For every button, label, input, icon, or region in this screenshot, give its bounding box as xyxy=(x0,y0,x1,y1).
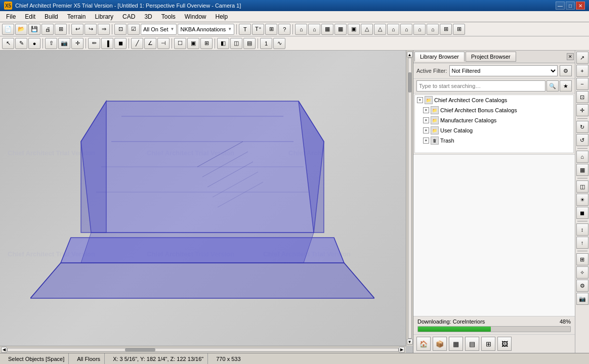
rt-up[interactable]: ↑ xyxy=(576,237,588,249)
expand-bonus[interactable]: + xyxy=(423,107,429,113)
menu-terrain[interactable]: Terrain xyxy=(63,12,90,21)
eraser-tool[interactable]: ◼ xyxy=(114,38,127,49)
export-tool[interactable]: ⇧ xyxy=(45,38,57,49)
menu-build[interactable]: Build xyxy=(40,12,62,21)
close-button[interactable]: ✕ xyxy=(576,2,585,10)
search-options-button[interactable]: ★ xyxy=(560,80,572,92)
scroll-down-button[interactable]: ▼ xyxy=(407,339,413,345)
redo-button[interactable]: ↪ xyxy=(85,24,97,35)
tree-item-manufacturer-catalogs[interactable]: + 📁 Manufacturer Catalogs xyxy=(415,115,573,125)
panel-icon-grid1[interactable]: ▦ xyxy=(449,337,463,351)
rt-material[interactable]: ◼ xyxy=(576,207,588,219)
tree-item-bonus-catalogs[interactable]: + 📁 Chief Architect Bonus Catalogs xyxy=(415,105,573,115)
rt-tilt[interactable]: ↺ xyxy=(576,134,588,146)
panel-close-button[interactable]: ✕ xyxy=(567,53,574,60)
expand-trash[interactable]: + xyxy=(423,138,429,144)
rt-measure[interactable]: ↕ xyxy=(576,223,588,236)
menu-window[interactable]: Window xyxy=(181,12,211,21)
panel-icon-home[interactable]: 🏠 xyxy=(416,337,431,351)
toolbar-icon-l[interactable]: ⊞ xyxy=(440,24,452,35)
rt-render[interactable]: ◫ xyxy=(576,180,588,193)
rt-fit[interactable]: ⊡ xyxy=(576,91,588,103)
highlight-tool[interactable]: ▐ xyxy=(101,38,113,49)
tab-library-browser[interactable]: Library Browser xyxy=(414,52,465,62)
vscroll-track[interactable] xyxy=(408,58,412,339)
print2-button[interactable]: ⊞ xyxy=(55,24,67,35)
fill2-tool[interactable]: ◫ xyxy=(230,38,242,49)
toolbar-icon-g[interactable]: △ xyxy=(374,24,386,35)
rt-light[interactable]: ☀ xyxy=(576,194,588,206)
minimize-button[interactable]: — xyxy=(556,2,565,10)
search-input[interactable] xyxy=(416,80,545,92)
toolbar-icon-d[interactable]: ▦ xyxy=(334,24,347,35)
rt-building[interactable]: ⌂ xyxy=(576,151,588,163)
save-button[interactable]: 💾 xyxy=(28,24,40,35)
checkbox-button[interactable]: ☑ xyxy=(128,24,140,35)
scroll-left-button[interactable]: ◀ xyxy=(1,347,7,353)
fill-tool[interactable]: ◧ xyxy=(217,38,229,49)
wave-tool[interactable]: ∿ xyxy=(273,38,285,49)
vscroll-thumb[interactable] xyxy=(408,72,411,93)
menu-3d[interactable]: 3D xyxy=(140,12,156,21)
rt-zoom-select[interactable]: ↗ xyxy=(576,52,588,64)
toolbar-icon-k[interactable]: ⌂ xyxy=(427,24,439,35)
grid-btn[interactable]: ⊞ xyxy=(265,24,277,35)
rt-zoom-out[interactable]: − xyxy=(576,78,588,90)
filter-dropdown[interactable]: Not Filtered xyxy=(449,65,558,76)
toolbar-icon-b[interactable]: ⌂ xyxy=(308,24,320,35)
panel-icon-box[interactable]: 📦 xyxy=(433,337,447,351)
scroll-right-button[interactable]: ▶ xyxy=(399,347,405,353)
box2-tool[interactable]: ▣ xyxy=(187,38,199,49)
window-controls[interactable]: — □ ✕ xyxy=(556,2,585,10)
angle-tool[interactable]: ∠ xyxy=(144,38,156,49)
edit-tool[interactable]: ✎ xyxy=(15,38,27,49)
menu-file[interactable]: File xyxy=(2,12,20,21)
pencil-tool[interactable]: ✏ xyxy=(88,38,100,49)
tree-item-core-catalogs[interactable]: + 📁 Chief Architect Core Catalogs xyxy=(415,95,573,105)
toolbar-icon-f[interactable]: △ xyxy=(361,24,373,35)
layer-set-dropdown[interactable]: All On Set ▼ xyxy=(141,24,177,35)
move-tool[interactable]: ✛ xyxy=(71,38,83,49)
menu-tools[interactable]: Tools xyxy=(157,12,180,21)
scroll-up-button[interactable]: ▲ xyxy=(407,52,413,58)
text2-btn[interactable]: T⁺ xyxy=(252,24,264,35)
toolbar-icon-a[interactable]: ⌂ xyxy=(295,24,307,35)
rt-grid[interactable]: ⊞ xyxy=(576,253,588,265)
menu-edit[interactable]: Edit xyxy=(21,12,39,21)
expand-core[interactable]: + xyxy=(417,97,423,103)
search-button[interactable]: 🔍 xyxy=(546,80,559,92)
toolbar-icon-j[interactable]: ⌂ xyxy=(413,24,426,35)
toolbar-icon-e[interactable]: ▣ xyxy=(348,24,360,35)
maximize-button[interactable]: □ xyxy=(566,2,575,10)
floor-plan-button[interactable]: ⊡ xyxy=(114,24,127,35)
expand-manufacturer[interactable]: + xyxy=(423,117,429,123)
rt-pan[interactable]: ✛ xyxy=(576,104,588,116)
measure-tool[interactable]: ⊣ xyxy=(157,38,170,49)
menu-cad[interactable]: CAD xyxy=(118,12,139,21)
viewport[interactable]: Chief Architect Trial Version Chief Arch… xyxy=(0,51,413,353)
open-button[interactable]: 📂 xyxy=(15,24,27,35)
box3-tool[interactable]: ⊞ xyxy=(200,38,213,49)
forward-button[interactable]: ⇒ xyxy=(98,24,110,35)
panel-icon-grid3[interactable]: ⊞ xyxy=(481,337,495,351)
undo-button[interactable]: ↩ xyxy=(71,24,83,35)
rt-orbit[interactable]: ↻ xyxy=(576,121,588,133)
new-button[interactable]: 📄 xyxy=(2,24,14,35)
rt-snap[interactable]: ✧ xyxy=(576,266,588,279)
toolbar-icon-h[interactable]: ⌂ xyxy=(387,24,399,35)
rt-camera[interactable]: 📷 xyxy=(576,293,588,305)
circle-tool[interactable]: ● xyxy=(28,38,40,49)
expand-user[interactable]: + xyxy=(423,127,429,133)
select-tool[interactable]: ↖ xyxy=(2,38,14,49)
tab-project-browser[interactable]: Project Browser xyxy=(466,52,516,62)
box-tool[interactable]: ☐ xyxy=(174,38,186,49)
line-tool[interactable]: ╱ xyxy=(131,38,143,49)
print-button[interactable]: 🖨 xyxy=(41,24,54,35)
fill3-tool[interactable]: ▤ xyxy=(243,38,256,49)
filter-options-button[interactable]: ⚙ xyxy=(560,65,572,76)
camera-tool[interactable]: 📷 xyxy=(58,38,70,49)
help-btn[interactable]: ? xyxy=(278,24,290,35)
toolbar-icon-c[interactable]: ▦ xyxy=(321,24,333,35)
tree-item-trash[interactable]: + 🗑 Trash xyxy=(415,135,573,146)
tree-item-user-catalog[interactable]: + 📁 User Catalog xyxy=(415,125,573,135)
